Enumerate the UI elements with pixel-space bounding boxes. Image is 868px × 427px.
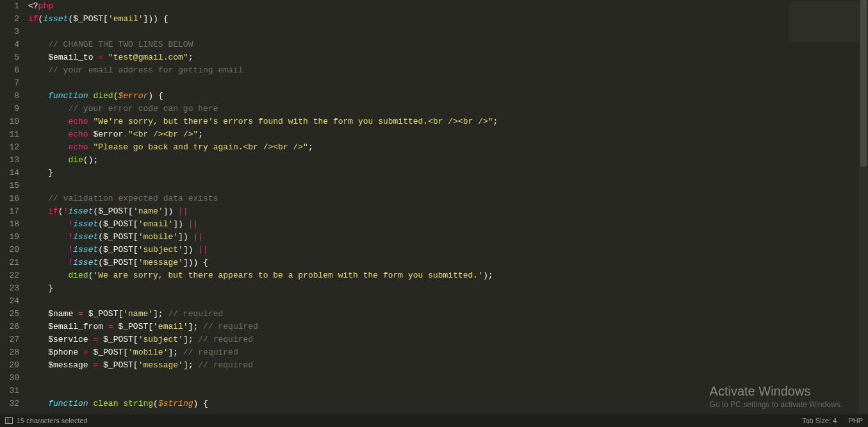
- line-number: 16: [0, 192, 19, 205]
- line-number: 21: [0, 256, 19, 269]
- line-number: 24: [0, 295, 19, 308]
- code-line[interactable]: echo "Please go back and try again.<br /…: [28, 141, 868, 154]
- minimap[interactable]: <?phpif(isset($_POST['email'])) { // CHA…: [789, 1, 859, 412]
- code-line[interactable]: !isset($_POST['mobile']) ||: [28, 231, 868, 244]
- code-line[interactable]: [28, 295, 868, 308]
- line-number: 5: [0, 51, 19, 64]
- code-line[interactable]: function clean string($string) {: [28, 398, 868, 410]
- line-number: 12: [0, 141, 19, 154]
- code-line[interactable]: $email_to = "test@gmail.com";: [28, 51, 868, 64]
- code-line[interactable]: $phone = $_POST['mobile']; // required: [28, 346, 868, 359]
- scrollbar-thumb[interactable]: [860, 0, 867, 167]
- line-number: 4: [0, 38, 19, 51]
- selection-status: 15 characters selected: [17, 417, 88, 424]
- code-line[interactable]: echo "We're sorry, but there's errors fo…: [28, 115, 868, 128]
- tab-size-indicator[interactable]: Tab Size: 4: [802, 417, 837, 424]
- code-line[interactable]: // your email address for getting email: [28, 64, 868, 77]
- line-number: 22: [0, 269, 19, 282]
- code-line[interactable]: $email_from = $_POST['email']; // requir…: [28, 321, 868, 333]
- line-number: 19: [0, 231, 19, 244]
- panel-switcher-icon[interactable]: [5, 417, 13, 424]
- line-number: 14: [0, 167, 19, 180]
- code-line[interactable]: [28, 26, 868, 38]
- code-line[interactable]: // validation expected data exists: [28, 192, 868, 205]
- line-number: 17: [0, 205, 19, 218]
- code-editor[interactable]: 1234567891011121314151617181920212223242…: [0, 0, 868, 414]
- code-content[interactable]: <?phpif(isset($_POST['email'])) { // CHA…: [26, 0, 868, 414]
- code-line[interactable]: echo $error."<br /><br />";: [28, 128, 868, 141]
- code-line[interactable]: die();: [28, 154, 868, 167]
- code-line[interactable]: died('We are sorry, but there appears to…: [28, 269, 868, 282]
- language-indicator[interactable]: PHP: [848, 417, 863, 424]
- line-number: 28: [0, 346, 19, 359]
- code-line[interactable]: <?php: [28, 0, 868, 13]
- code-line[interactable]: if(!isset($_POST['name']) ||: [28, 205, 868, 218]
- code-line[interactable]: !isset($_POST['subject']) ||: [28, 244, 868, 256]
- line-number: 8: [0, 90, 19, 103]
- code-line[interactable]: // CHANGE THE TWO LINES BELOW: [28, 38, 868, 51]
- code-line[interactable]: [28, 372, 868, 385]
- line-number: 2: [0, 13, 19, 26]
- code-line[interactable]: [28, 180, 868, 192]
- line-number: 10: [0, 115, 19, 128]
- line-number: 11: [0, 128, 19, 141]
- code-line[interactable]: $name = $_POST['name']; // required: [28, 308, 868, 321]
- code-line[interactable]: $service = $_POST['subject']; // require…: [28, 333, 868, 346]
- line-number: 18: [0, 218, 19, 231]
- line-number: 26: [0, 321, 19, 333]
- line-number: 13: [0, 154, 19, 167]
- line-number: 32: [0, 398, 19, 410]
- line-number: 31: [0, 385, 19, 398]
- line-number: 20: [0, 244, 19, 256]
- line-number: 29: [0, 359, 19, 372]
- line-number: 6: [0, 64, 19, 77]
- line-number: 25: [0, 308, 19, 321]
- code-line[interactable]: $message = $_POST['message']; // require…: [28, 359, 868, 372]
- line-number: 15: [0, 180, 19, 192]
- vertical-scrollbar[interactable]: [859, 0, 868, 414]
- code-line[interactable]: !isset($_POST['email']) ||: [28, 218, 868, 231]
- code-line[interactable]: function died($error) {: [28, 90, 868, 103]
- line-number: 30: [0, 372, 19, 385]
- code-line[interactable]: // your error code can go here: [28, 103, 868, 115]
- status-bar: 15 characters selected Tab Size: 4 PHP: [0, 414, 868, 427]
- code-line[interactable]: !isset($_POST['message'])) {: [28, 256, 868, 269]
- code-line[interactable]: }: [28, 282, 868, 295]
- line-number: 3: [0, 26, 19, 38]
- minimap-viewport[interactable]: [789, 1, 859, 42]
- line-number: 27: [0, 333, 19, 346]
- line-number: 1: [0, 0, 19, 13]
- code-line[interactable]: }: [28, 167, 868, 180]
- code-line[interactable]: if(isset($_POST['email'])) {: [28, 13, 868, 26]
- line-number-gutter: 1234567891011121314151617181920212223242…: [0, 0, 26, 414]
- code-line[interactable]: [28, 385, 868, 398]
- line-number: 7: [0, 77, 19, 90]
- line-number: 23: [0, 282, 19, 295]
- line-number: 9: [0, 103, 19, 115]
- code-line[interactable]: [28, 77, 868, 90]
